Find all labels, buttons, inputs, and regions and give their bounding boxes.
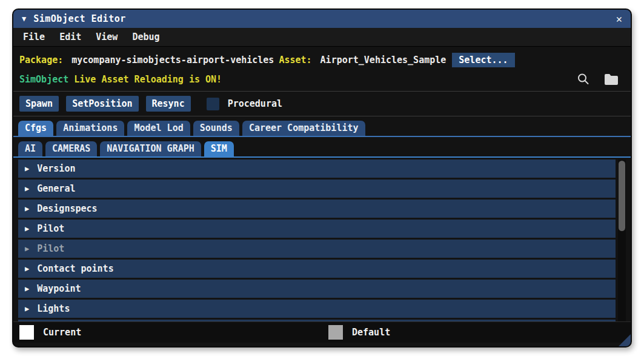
tab-ai[interactable]: AI	[18, 141, 42, 156]
asset-value: Airport_Vehicles_Sample	[320, 55, 446, 65]
select-asset-button[interactable]: Select...	[452, 53, 514, 67]
primary-tabs: Cfgs Animations Model Lod Sounds Career …	[13, 116, 631, 136]
expand-arrow-icon: ▶	[25, 164, 29, 173]
folder-icon[interactable]	[604, 73, 619, 86]
section-label: General	[37, 183, 75, 194]
tab-navigation-graph[interactable]: NAVIGATION GRAPH	[100, 141, 201, 156]
close-icon[interactable]: ✕	[616, 14, 622, 24]
package-value: mycompany-simobjects-airport-vehicles	[71, 55, 274, 65]
default-color-swatch[interactable]	[328, 325, 343, 340]
expand-arrow-icon: ▶	[25, 244, 29, 253]
scrollbar[interactable]	[618, 160, 626, 321]
section-row-pilot-disabled[interactable]: ▶ Pilot	[18, 240, 616, 258]
current-label: Current	[43, 327, 81, 338]
menu-bar: File Edit View Debug	[13, 28, 631, 47]
asset-label: Asset:	[279, 55, 311, 65]
default-label: Default	[352, 327, 390, 338]
procedural-checkbox[interactable]	[207, 98, 219, 110]
section-row-contact-points[interactable]: ▶ Contact points	[18, 260, 616, 278]
menu-debug[interactable]: Debug	[132, 32, 159, 42]
collapse-icon[interactable]: ▼	[22, 15, 26, 22]
procedural-label: Procedural	[228, 98, 282, 109]
section-row-designspecs[interactable]: ▶ Designspecs	[18, 200, 616, 218]
section-row-lights[interactable]: ▶ Lights	[18, 300, 616, 318]
status-icons	[577, 73, 619, 86]
section-label: Pilot	[37, 223, 64, 234]
status-message: Live Asset Reloading is ON!	[74, 74, 222, 85]
section-row-version[interactable]: ▶ Version	[18, 160, 616, 178]
resync-button[interactable]: Resync	[146, 96, 191, 112]
actions-row: Spawn SetPosition Resync Procedural	[13, 92, 631, 116]
search-icon[interactable]	[577, 73, 589, 86]
tab-model-lod[interactable]: Model Lod	[127, 121, 190, 136]
secondary-tabs: AI CAMERAS NAVIGATION GRAPH SIM	[13, 137, 631, 156]
status-row: SimObject Live Asset Reloading is ON!	[13, 69, 631, 91]
scrollbar-thumb[interactable]	[619, 161, 625, 231]
section-label: Pilot	[37, 243, 64, 254]
tab-sounds[interactable]: Sounds	[193, 121, 239, 136]
section-list: ▶ Version ▶ General ▶ Designspecs ▶ Pilo…	[13, 158, 631, 321]
menu-edit[interactable]: Edit	[59, 32, 81, 42]
spawn-button[interactable]: Spawn	[19, 96, 59, 112]
expand-arrow-icon: ▶	[25, 284, 29, 293]
expand-arrow-icon: ▶	[25, 184, 29, 193]
current-color-swatch[interactable]	[19, 325, 34, 340]
section-row-waypoint[interactable]: ▶ Waypoint	[18, 280, 616, 298]
section-row-general[interactable]: ▶ General	[18, 180, 616, 198]
menu-file[interactable]: File	[23, 32, 45, 42]
package-row: Package: mycompany-simobjects-airport-ve…	[13, 47, 631, 69]
window-title: SimObject Editor	[33, 13, 126, 24]
resize-handle[interactable]	[619, 334, 631, 346]
section-rows: ▶ Version ▶ General ▶ Designspecs ▶ Pilo…	[18, 160, 616, 321]
title-bar[interactable]: ▼ SimObject Editor ✕	[13, 10, 631, 28]
expand-arrow-icon: ▶	[25, 204, 29, 213]
section-label: Version	[37, 163, 75, 174]
expand-arrow-icon: ▶	[25, 304, 29, 313]
tab-cfgs[interactable]: Cfgs	[18, 121, 53, 136]
tab-sim[interactable]: SIM	[204, 141, 234, 156]
tab-cameras[interactable]: CAMERAS	[45, 141, 97, 156]
set-position-button[interactable]: SetPosition	[66, 96, 138, 112]
section-label: Contact points	[37, 263, 113, 274]
tab-career-compatibility[interactable]: Career Compatibility	[242, 121, 365, 136]
section-label: Lights	[37, 303, 70, 314]
footer-bar: Current Default	[13, 321, 631, 343]
expand-arrow-icon: ▶	[25, 264, 29, 273]
section-label: Designspecs	[37, 203, 97, 214]
package-label: Package:	[19, 55, 63, 65]
expand-arrow-icon: ▶	[25, 224, 29, 233]
section-row-pilot[interactable]: ▶ Pilot	[18, 220, 616, 238]
tab-animations[interactable]: Animations	[56, 121, 124, 136]
menu-view[interactable]: View	[96, 32, 118, 42]
simobject-editor-window: ▼ SimObject Editor ✕ File Edit View Debu…	[12, 8, 632, 348]
section-label: Waypoint	[37, 283, 81, 294]
status-prefix: SimObject	[19, 74, 68, 85]
